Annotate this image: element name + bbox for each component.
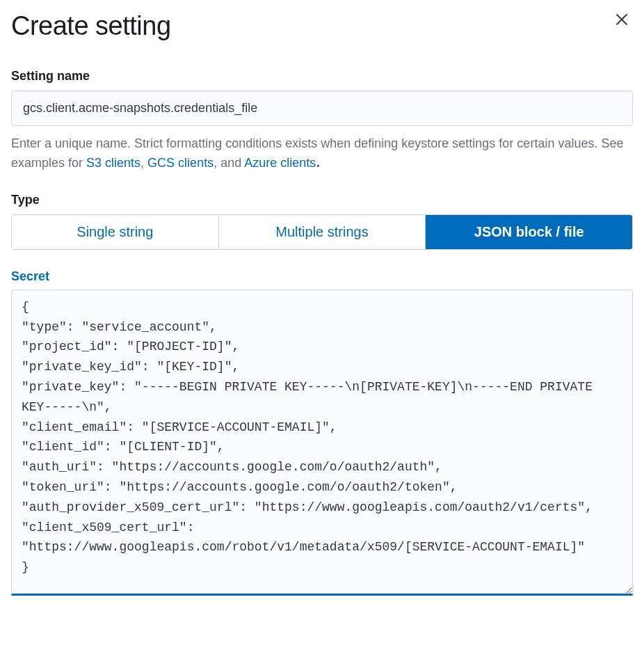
azure-clients-link[interactable]: Azure clients	[244, 156, 316, 170]
help-period: .	[316, 153, 320, 170]
s3-clients-link[interactable]: S3 clients	[86, 156, 140, 170]
secret-textarea[interactable]	[11, 289, 633, 596]
help-comma2: , and	[214, 156, 244, 170]
setting-name-label: Setting name	[11, 69, 633, 84]
help-comma1: ,	[140, 156, 147, 170]
type-option-json-block[interactable]: JSON block / file	[426, 215, 632, 249]
type-button-group: Single string Multiple strings JSON bloc…	[11, 214, 633, 250]
setting-name-input[interactable]	[11, 90, 633, 126]
type-option-multiple-strings[interactable]: Multiple strings	[219, 215, 426, 249]
secret-label: Secret	[11, 269, 633, 284]
setting-name-help: Enter a unique name. Strict formatting c…	[11, 134, 633, 173]
type-label: Type	[11, 193, 633, 207]
gcs-clients-link[interactable]: GCS clients	[147, 156, 214, 170]
close-icon[interactable]	[615, 13, 629, 26]
page-title: Create setting	[11, 11, 171, 41]
type-option-single-string[interactable]: Single string	[12, 215, 219, 249]
